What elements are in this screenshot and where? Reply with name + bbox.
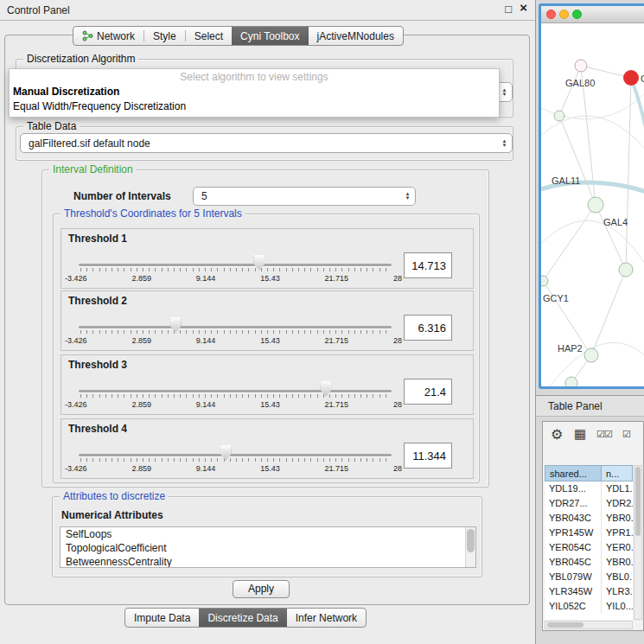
table-row[interactable]: YDR27... YDR2... (545, 496, 633, 511)
list-item[interactable]: BetweennessCentrality (61, 555, 475, 568)
table-vertical-scrollbar[interactable] (634, 465, 642, 620)
tab-cyni-toolbox[interactable]: Cyni Toolbox (232, 27, 308, 45)
slider-track[interactable] (79, 264, 392, 266)
network-window-titlebar[interactable] (541, 6, 644, 23)
cell-shared-name: YDL19... (545, 481, 602, 496)
threshold-2-slider[interactable] (79, 316, 392, 338)
number-of-intervals-select[interactable]: 5 ▲ ▼ (193, 187, 416, 206)
column-header-shared-name[interactable]: shared... (545, 465, 602, 481)
network-node[interactable] (575, 60, 587, 72)
table-row[interactable]: YBR043C YBR0... (545, 511, 633, 526)
threshold-3-value-field[interactable] (404, 379, 452, 405)
network-canvas[interactable]: GAL80 GAL11 GAL4 GCY1 HAP2 GA (541, 23, 644, 386)
network-node[interactable] (565, 377, 577, 386)
scrollbar-thumb[interactable] (467, 529, 475, 552)
slider-scale: -3.426 2.859 9.144 15.43 21.715 28 (65, 274, 402, 283)
table-row[interactable]: YDL19... YDL1... (545, 481, 633, 496)
table-data-select-value: galFiltered.sif default node (21, 137, 497, 150)
slider-ticks (80, 458, 390, 462)
scale-tick-label: 9.144 (196, 464, 216, 473)
tab-discretize-data[interactable]: Discretize Data (199, 609, 286, 627)
tab-impute-data[interactable]: Impute Data (125, 609, 199, 627)
scale-tick-label: 28 (393, 400, 402, 409)
network-node[interactable] (541, 276, 548, 286)
network-node[interactable] (554, 111, 564, 121)
slider-track[interactable] (79, 454, 392, 456)
float-window-icon[interactable]: □ (505, 3, 512, 16)
table-row[interactable]: YPR145W YPR1... (545, 526, 633, 540)
minimize-traffic-light-icon[interactable] (559, 10, 569, 19)
threshold-4-slider[interactable] (79, 443, 392, 466)
gear-icon[interactable]: ⚙ (551, 426, 563, 443)
control-panel-title: Control Panel (7, 4, 70, 16)
tab-style[interactable]: Style (144, 27, 185, 45)
tab-network[interactable]: Network (73, 27, 143, 45)
tab-label: Select (194, 30, 223, 42)
network-node[interactable] (584, 348, 598, 362)
threshold-4-value-field[interactable] (404, 443, 452, 469)
control-panel-window: Control Panel □ × Network Style (0, 0, 536, 644)
network-node[interactable] (619, 263, 633, 277)
network-edge (596, 205, 626, 270)
node-label: GAL11 (552, 175, 580, 186)
threshold-3-slider[interactable] (79, 379, 392, 402)
threshold-4-panel: Threshold 4 -3.426 2.859 9.144 15.43 21.… (61, 418, 474, 479)
table-toolbar: ⚙ ▦ ☑☑ ☑ (543, 422, 643, 448)
slider-scale: -3.426 2.859 9.144 15.43 21.715 28 (65, 336, 402, 345)
cell-shared-name: YBR043C (545, 511, 602, 526)
scale-tick-label: 2.859 (131, 336, 151, 345)
slider-scale: -3.426 2.859 9.144 15.43 21.715 28 (65, 464, 402, 473)
table-row[interactable]: YLR345W YLR3... (545, 584, 633, 599)
table-horizontal-scrollbar[interactable] (545, 621, 633, 629)
dropdown-option-manual-discretization[interactable]: Manual Discretization (10, 85, 499, 99)
table-row[interactable]: YER054C YER0... (545, 540, 633, 555)
apply-button[interactable]: Apply (233, 580, 290, 598)
scale-tick-label: 21.715 (325, 336, 349, 345)
scale-tick-label: 28 (393, 464, 402, 473)
scale-tick-label: 2.859 (131, 464, 151, 473)
select-none-columns-icon[interactable]: ☑ (622, 429, 631, 440)
table-data-select[interactable]: galFiltered.sif default node ▲ ▼ (20, 133, 513, 153)
network-edge (541, 220, 644, 287)
combo-spinner-icon[interactable]: ▲ ▼ (497, 139, 512, 148)
table-body: YDL19... YDL1... YDR27... YDR2... YBR043… (545, 481, 633, 620)
list-item[interactable]: SelfLoops (61, 527, 475, 541)
slider-ticks (80, 330, 390, 334)
scale-tick-label: 2.859 (131, 274, 151, 283)
list-item[interactable]: TopologicalCoefficient (61, 541, 475, 555)
slider-ticks (80, 268, 390, 271)
threshold-1-slider[interactable] (79, 253, 392, 276)
table-row[interactable]: YIL052C YIL0... (545, 599, 633, 614)
network-node[interactable] (588, 197, 603, 213)
tab-label: Style (153, 30, 176, 42)
columns-icon[interactable]: ▦ (574, 426, 586, 442)
slider-track[interactable] (79, 390, 392, 392)
table-row[interactable]: YBL079W YBL0... (545, 570, 633, 584)
zoom-traffic-light-icon[interactable] (572, 10, 582, 19)
discretization-algorithm-group-title: Discretization Algorithm (23, 53, 138, 65)
select-all-columns-icon[interactable]: ☑☑ (596, 429, 612, 440)
threshold-1-value-field[interactable] (404, 252, 452, 278)
cell-name: YER0... (602, 540, 633, 555)
dropdown-option-equal-width-frequency[interactable]: Equal Width/Frequency Discretization (10, 99, 499, 114)
slider-track[interactable] (79, 326, 392, 328)
table-row[interactable]: YBR045C YBR0... (545, 555, 633, 570)
tab-infer-network[interactable]: Infer Network (287, 609, 366, 627)
scrollbar-thumb[interactable] (547, 622, 583, 628)
tab-jactivemnodules[interactable]: jActiveMNodules (309, 27, 403, 45)
tab-select[interactable]: Select (186, 27, 232, 45)
cell-name: YDL1... (602, 481, 633, 496)
network-node-selected[interactable] (623, 70, 639, 86)
list-scrollbar[interactable] (465, 527, 475, 567)
bottom-tabbar: Impute Data Discretize Data Infer Networ… (124, 608, 367, 628)
cell-shared-name: YIL052C (545, 599, 602, 614)
threshold-2-value-field[interactable] (404, 315, 452, 341)
close-traffic-light-icon[interactable] (546, 10, 556, 19)
cell-name: YDR2... (602, 496, 633, 511)
combo-spinner-icon[interactable]: ▲ ▼ (400, 192, 415, 201)
scrollbar-thumb[interactable] (635, 467, 641, 536)
scale-tick-label: 15.43 (260, 274, 280, 283)
screen: Control Panel □ × Network Style (0, 0, 644, 644)
column-header-name[interactable]: n... (602, 465, 633, 481)
close-icon[interactable]: × (520, 1, 527, 15)
